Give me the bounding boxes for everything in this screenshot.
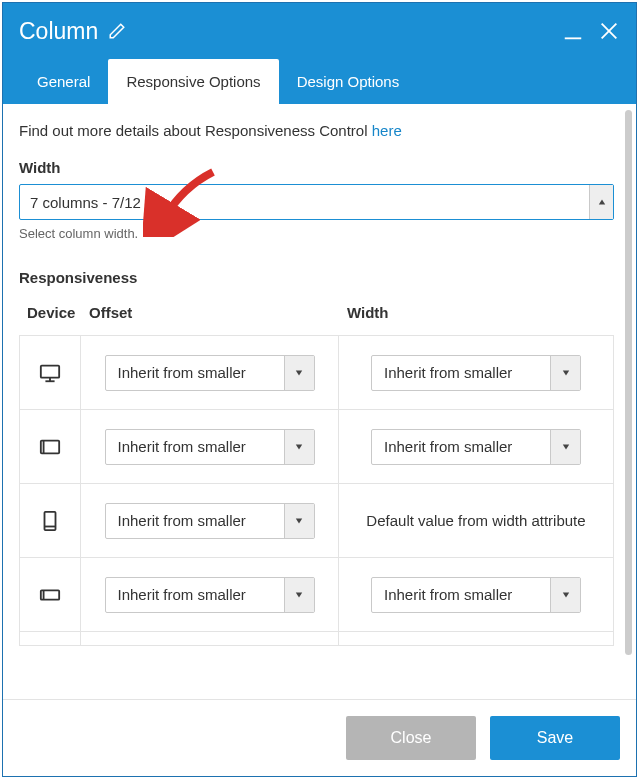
dialog-footer: Close Save <box>3 699 636 776</box>
svg-marker-8 <box>562 370 568 375</box>
offset-value: Inherit from smaller <box>106 430 284 464</box>
intro-text-body: Find out more details about Responsivene… <box>19 122 372 139</box>
tab-general[interactable]: General <box>19 59 108 104</box>
offset-value: Inherit from smaller <box>106 504 284 538</box>
column-settings-dialog: Column General Responsive Options Design… <box>2 2 637 777</box>
width-row-select[interactable]: Inherit from smaller <box>371 577 581 613</box>
device-cell <box>19 558 81 631</box>
close-icon-button[interactable] <box>598 20 620 42</box>
offset-value: Inherit from smaller <box>106 356 284 390</box>
width-select[interactable]: 7 columns - 7/12 <box>19 184 614 220</box>
width-row-value: Inherit from smaller <box>372 430 550 464</box>
svg-marker-3 <box>598 200 604 205</box>
width-row-value: Inherit from smaller <box>372 356 550 390</box>
svg-rect-13 <box>45 511 56 529</box>
intro-text: Find out more details about Responsivene… <box>19 122 614 139</box>
svg-marker-18 <box>296 592 302 597</box>
tab-design-options[interactable]: Design Options <box>279 59 418 104</box>
header-width: Width <box>347 304 606 321</box>
responsiveness-label: Responsiveness <box>19 269 614 286</box>
save-button[interactable]: Save <box>490 716 620 760</box>
caret-down-icon <box>284 356 314 390</box>
table-row <box>19 632 614 646</box>
width-default-text: Default value from width attribute <box>358 511 593 531</box>
device-cell <box>19 484 81 557</box>
caret-down-icon <box>284 578 314 612</box>
svg-marker-7 <box>296 370 302 375</box>
svg-marker-19 <box>562 592 568 597</box>
caret-down-icon <box>284 504 314 538</box>
table-row: Inherit from smaller Inherit from smalle… <box>19 410 614 484</box>
header-offset: Offset <box>89 304 347 321</box>
scrollbar[interactable] <box>625 110 632 655</box>
dialog-title: Column <box>19 18 98 45</box>
offset-select[interactable]: Inherit from smaller <box>105 429 315 465</box>
tablet-landscape-icon <box>39 436 61 458</box>
minimize-button[interactable] <box>562 20 584 42</box>
dialog-titlebar: Column <box>3 3 636 59</box>
phone-landscape-icon <box>39 584 61 606</box>
desktop-icon <box>39 362 61 384</box>
width-hint: Select column width. <box>19 226 614 241</box>
tab-responsive-options[interactable]: Responsive Options <box>108 59 278 104</box>
table-row: Inherit from smaller Inherit from smalle… <box>19 336 614 410</box>
caret-up-icon <box>589 185 613 219</box>
table-row: Inherit from smaller Default value from … <box>19 484 614 558</box>
edit-icon <box>108 22 126 40</box>
offset-select[interactable]: Inherit from smaller <box>105 503 315 539</box>
tab-content: Find out more details about Responsivene… <box>3 104 636 699</box>
offset-select[interactable]: Inherit from smaller <box>105 355 315 391</box>
svg-rect-4 <box>41 365 59 377</box>
svg-marker-15 <box>296 518 302 523</box>
width-label: Width <box>19 159 614 176</box>
svg-marker-11 <box>296 444 302 449</box>
responsiveness-header: Device Offset Width <box>19 294 614 335</box>
svg-marker-12 <box>562 444 568 449</box>
caret-down-icon <box>550 356 580 390</box>
caret-down-icon <box>550 578 580 612</box>
responsiveness-table: Inherit from smaller Inherit from smalle… <box>19 335 614 646</box>
header-device: Device <box>27 304 89 321</box>
tabs: General Responsive Options Design Option… <box>3 59 636 104</box>
width-row-select[interactable]: Inherit from smaller <box>371 355 581 391</box>
device-cell <box>19 336 81 409</box>
caret-down-icon <box>550 430 580 464</box>
table-row: Inherit from smaller Inherit from smalle… <box>19 558 614 632</box>
device-cell <box>19 410 81 483</box>
width-row-value: Inherit from smaller <box>372 578 550 612</box>
caret-down-icon <box>284 430 314 464</box>
width-select-value: 7 columns - 7/12 <box>20 185 589 219</box>
intro-link[interactable]: here <box>372 122 402 139</box>
offset-value: Inherit from smaller <box>106 578 284 612</box>
close-button[interactable]: Close <box>346 716 476 760</box>
offset-select[interactable]: Inherit from smaller <box>105 577 315 613</box>
tablet-portrait-icon <box>39 510 61 532</box>
width-row-select[interactable]: Inherit from smaller <box>371 429 581 465</box>
